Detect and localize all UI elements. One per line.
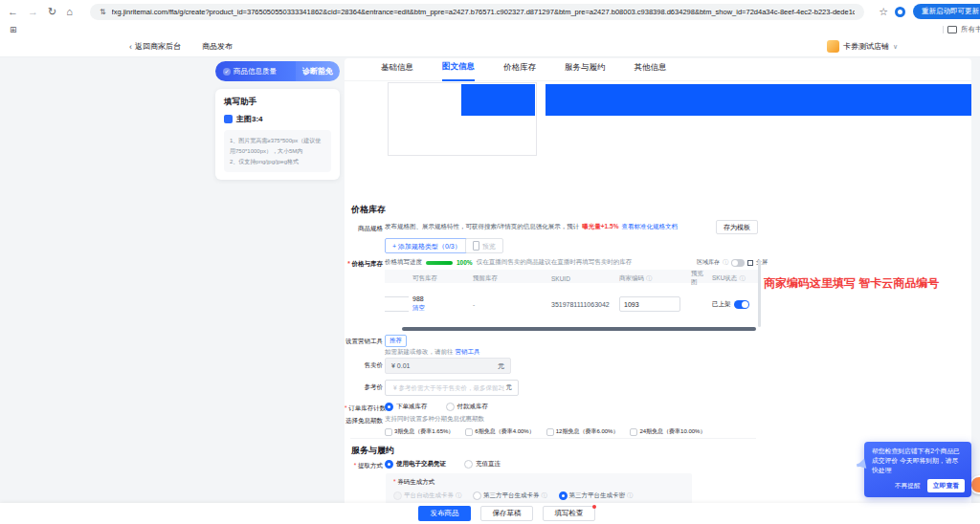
ref-price-field: 元 bbox=[385, 380, 519, 396]
sku-status-cell: 已上架 bbox=[708, 300, 758, 309]
quality-pill[interactable]: ✓ 商品信息质量 诊断豁免 bbox=[215, 61, 340, 81]
clear-stock-link[interactable]: 清空 bbox=[412, 304, 469, 313]
spec-doc-link[interactable]: 查看标准化规格文档 bbox=[621, 223, 678, 231]
inner-vertical-scrollbar[interactable] bbox=[758, 260, 761, 327]
horizontal-scrollbar[interactable] bbox=[402, 327, 756, 331]
radio-selected-icon[interactable] bbox=[559, 491, 568, 500]
radio-icon[interactable] bbox=[464, 460, 473, 469]
info-icon: ⓘ bbox=[723, 258, 728, 267]
back-to-merchant-link[interactable]: ‹ 返回商家后台 bbox=[129, 41, 181, 52]
add-spec-type-button[interactable]: + 添加规格类型（0/3） bbox=[385, 238, 469, 253]
interest-free-options: 3期免息（费率1.65%） 6期免息（费率4.00%） 12期免息（费率6.00… bbox=[385, 427, 705, 436]
fetch-option-voucher[interactable]: 使用电子交易凭证 bbox=[396, 460, 446, 469]
spec-preview-button[interactable]: 预览 bbox=[465, 238, 503, 253]
sale-price-label: 售卖价 bbox=[345, 361, 383, 370]
address-bar[interactable]: ⇅ fxg.jinritemai.com/ffa/g/create?produc… bbox=[90, 4, 864, 20]
marketing-recommend-tag[interactable]: 推荐 bbox=[385, 335, 407, 347]
apps-grid-icon[interactable]: ⊞ bbox=[10, 25, 17, 34]
fetch-method-options: 使用电子交易凭证 充值直连 bbox=[385, 460, 501, 469]
order-count-option-1[interactable]: 下单减库存 bbox=[396, 403, 428, 411]
spec-label: 商品规格 bbox=[345, 225, 383, 233]
bookmarks-bar: ⊞ 所有书签 bbox=[0, 23, 980, 35]
interest-free-option[interactable]: 24期免息（费率10.00%） bbox=[630, 427, 705, 436]
view-now-button[interactable]: 立即查看 bbox=[927, 479, 965, 492]
publish-product-button[interactable]: 发布商品 bbox=[418, 506, 471, 521]
spec-name-input[interactable] bbox=[385, 296, 409, 312]
shop-switcher[interactable]: 卡券测试店铺 ∨ bbox=[827, 40, 898, 53]
radio-selected-icon[interactable] bbox=[385, 403, 393, 411]
chevron-left-icon: ‹ bbox=[129, 42, 132, 52]
sku-table-row: 988 清空 - 3519781111063042 已上架 bbox=[385, 283, 758, 325]
price-stock-label: 价格与库存 bbox=[345, 260, 383, 269]
diagnosis-exemption-button[interactable]: 诊断豁免 bbox=[296, 61, 340, 81]
column-header: 预览图 bbox=[687, 270, 708, 287]
dismiss-button[interactable]: 不再提醒 bbox=[895, 481, 921, 491]
bookmark-star-icon[interactable]: ☆ bbox=[879, 6, 888, 18]
reload-icon[interactable]: ↻ bbox=[48, 6, 56, 18]
app-header: ‹ 返回商家后台 商品发布 卡券测试店铺 ∨ bbox=[0, 36, 980, 57]
radio-icon[interactable] bbox=[446, 403, 455, 411]
chevron-down-icon: ∨ bbox=[893, 43, 898, 51]
tab-other-info[interactable]: 其他信息 bbox=[635, 62, 667, 80]
ref-price-input[interactable] bbox=[391, 383, 506, 392]
interest-free-hint: 支持同时设置多种分期免息优惠期数 bbox=[385, 415, 484, 424]
info-icon: ⓘ bbox=[646, 274, 652, 283]
radio-icon[interactable] bbox=[473, 491, 481, 500]
stock-cell: 988 清空 bbox=[409, 295, 469, 313]
forward-icon[interactable]: → bbox=[28, 6, 38, 17]
form-tabs: 基础信息 图文信息 价格库存 服务与履约 其他信息 bbox=[345, 58, 971, 81]
radio-selected-icon[interactable] bbox=[385, 460, 393, 469]
interest-free-option[interactable]: 3期免息（费率1.65%） bbox=[385, 427, 454, 436]
browser-profile-icon[interactable] bbox=[895, 7, 905, 17]
fetch-option-direct[interactable]: 充值直连 bbox=[476, 460, 501, 469]
sku-status-toggle[interactable] bbox=[734, 300, 749, 309]
all-bookmarks-button[interactable]: 所有书签 bbox=[943, 25, 980, 34]
region-controls: 区域库存 ⓘ 全屏 bbox=[697, 258, 768, 267]
tab-basic-info[interactable]: 基础信息 bbox=[381, 62, 413, 80]
back-icon[interactable]: ← bbox=[8, 6, 18, 17]
progress-value: 100% bbox=[457, 259, 473, 266]
main-image-preview-box[interactable] bbox=[388, 82, 537, 156]
order-count-label: 订单库存计数 bbox=[345, 404, 383, 413]
code-option-thirdparty-key[interactable]: 第三方平台生成卡密ⓘ bbox=[559, 491, 634, 500]
tab-image-text-info[interactable]: 图文信息 bbox=[442, 61, 475, 81]
chrome-update-button[interactable]: 重新启动即可更新 bbox=[913, 4, 980, 19]
save-template-button[interactable]: 存为模板 bbox=[716, 220, 758, 234]
skuid-cell: 3519781111063042 bbox=[547, 301, 615, 308]
save-draft-button[interactable]: 保存草稿 bbox=[480, 506, 533, 521]
fill-check-button[interactable]: 填写检查 bbox=[543, 506, 595, 521]
checkbox-icon[interactable] bbox=[546, 428, 554, 436]
fetch-method-label: 提取方式 bbox=[345, 462, 383, 470]
tab-service-fulfillment[interactable]: 服务与履约 bbox=[565, 62, 606, 80]
url-text: fxg.jinritemai.com/ffa/g/create?product_… bbox=[112, 8, 856, 16]
info-icon: ⓘ bbox=[542, 491, 547, 500]
marketing-tools-link[interactable]: 营销工具 bbox=[456, 348, 480, 357]
checkbox-icon[interactable] bbox=[465, 428, 473, 436]
site-info-icon[interactable]: ⇅ bbox=[100, 8, 106, 16]
sku-table-header: 可售库存 预留库存 SKUID 商家编码ⓘ 预览图 SKU状态ⓘ bbox=[385, 270, 758, 283]
interest-free-option[interactable]: 12期免息（费率6.00%） bbox=[546, 427, 619, 436]
folder-icon bbox=[947, 26, 957, 33]
helper-item-main-image[interactable]: 主图3:4 bbox=[224, 114, 331, 124]
spec-highlight: 曝光量+1.5% bbox=[582, 223, 618, 231]
merchant-code-input[interactable] bbox=[619, 296, 680, 312]
code-generation-box: 券码生成方式 平台自动生成卡券ⓘ 第三方平台生成卡券ⓘ 第三方平台生成卡密ⓘ bbox=[386, 473, 692, 504]
fill-helper-card: 填写助手 主图3:4 1、图片宽高需≥375*500px（建议使用750*100… bbox=[215, 89, 340, 180]
code-option-thirdparty-coupon[interactable]: 第三方平台生成卡券ⓘ bbox=[473, 491, 547, 500]
checkbox-icon[interactable] bbox=[385, 428, 392, 436]
region-stock-toggle[interactable] bbox=[731, 259, 745, 267]
info-icon: ⓘ bbox=[627, 491, 633, 500]
marketing-label: 设置营销工具 bbox=[345, 338, 383, 346]
helper-tip-1: 1、图片宽高需≥375*500px（建议使用750*1000px），大小5M内 bbox=[230, 136, 325, 157]
fullscreen-icon[interactable] bbox=[747, 260, 753, 266]
order-count-option-2[interactable]: 付款减库存 bbox=[457, 403, 489, 411]
home-icon[interactable]: ⌂ bbox=[66, 6, 73, 17]
checkbox-icon[interactable] bbox=[630, 428, 637, 436]
main-image-thumbnail bbox=[461, 84, 535, 116]
marketing-row: 推荐 bbox=[385, 335, 407, 347]
code-option-platform[interactable]: 平台自动生成卡券ⓘ bbox=[393, 491, 461, 500]
interest-free-option[interactable]: 6期免息（费率4.00%） bbox=[465, 427, 534, 436]
sku-status-label: 已上架 bbox=[712, 300, 731, 309]
marketing-hint-row: 如需新建或修改，请前往 营销工具 bbox=[385, 348, 480, 357]
tab-price-stock[interactable]: 价格库存 bbox=[503, 62, 536, 80]
